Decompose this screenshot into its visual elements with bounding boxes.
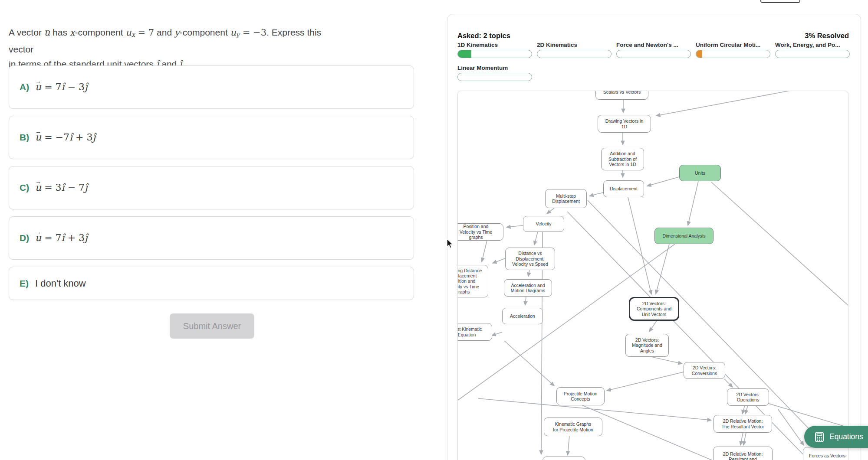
text-segment: x	[70, 27, 75, 38]
graph-node-2d-vectors-components[interactable]: 2D Vectors: Components and Unit Vectors	[629, 297, 679, 321]
text-segment: = 7	[41, 232, 61, 243]
text-segment: = −3	[240, 27, 266, 38]
concept-map-edge	[740, 433, 743, 445]
graph-node-distance-vs-displacement[interactable]: Distance vs Displacement, Velocity vs Sp…	[505, 248, 555, 270]
graph-node-position-velocity-time-graphs[interactable]: Position and Velocity vs Time graphs	[457, 223, 503, 241]
graph-node-projectile-motion-concepts[interactable]: Projectile Motion Concepts	[556, 387, 605, 405]
graph-node-2d-relative-resultant-and[interactable]: 2D Relative Motion: Resultant and	[713, 447, 773, 460]
calculator-icon	[815, 431, 824, 443]
graph-node-forces-as-vectors[interactable]: Forces as Vectors	[803, 447, 848, 460]
text-segment: ĵ	[93, 132, 96, 143]
text-segment: u	[230, 27, 237, 38]
text-segment: ĵ	[85, 82, 88, 92]
answer-option-c[interactable]: C)u = 3î − 7ĵ	[9, 166, 414, 209]
graph-node-kinematic-graphs-projectile[interactable]: Kinematic Graphs for Projectile Motion	[544, 418, 602, 436]
text-segment: = 7	[135, 27, 154, 38]
topic-progress-bar	[775, 50, 850, 58]
text-segment: -component	[180, 27, 230, 37]
graph-node-acceleration[interactable]: Acceleration	[502, 308, 543, 324]
text-segment: ĵ	[85, 232, 88, 243]
option-content: u = 7î − 3ĵ	[35, 82, 88, 93]
topic-progress-bar	[616, 50, 691, 58]
equations-button[interactable]: Equations	[804, 426, 868, 448]
topic-label: Force and Newton's ...	[616, 42, 694, 48]
topic-progress-2d-kinematics[interactable]: 2D Kinematics	[537, 42, 612, 58]
answer-option-a[interactable]: A)u = 7î − 3ĵ	[9, 65, 414, 109]
concept-map-edge	[534, 232, 538, 245]
topic-progress-1d-kinematics[interactable]: 1D Kinematics	[457, 42, 532, 58]
text-segment: u	[35, 82, 41, 92]
text-segment: î	[62, 82, 65, 92]
text-segment: = 7	[41, 82, 61, 92]
concept-map-edge	[647, 177, 679, 186]
topic-progress-fill	[458, 50, 471, 58]
text-segment: I don't know	[35, 278, 86, 289]
concept-map-edge	[506, 225, 523, 227]
graph-node-2d-vectors-magnitude[interactable]: 2D Vectors: Magnitude and Angles	[625, 334, 669, 357]
option-letter: C)	[20, 183, 35, 193]
topic-progress-uniform-circular-moti-[interactable]: Uniform Circular Moti...	[696, 42, 770, 58]
text-segment: -component	[75, 27, 126, 37]
topic-progress-linear-momentum[interactable]: Linear Momentum	[457, 65, 532, 81]
concept-map-edge	[778, 409, 804, 445]
graph-node-2d-relative-resultant-vector[interactable]: 2D Relative Motion: The Resultant Vector	[713, 415, 772, 433]
option-content: u = 7î + 3ĵ	[35, 232, 88, 244]
graph-node-2d-vectors-operations[interactable]: 2D Vectors: Operations	[727, 388, 769, 406]
option-letter: B)	[20, 132, 35, 143]
text-segment: x	[132, 31, 135, 38]
topic-progress-force-and-newton-s-[interactable]: Force and Newton's ...	[616, 42, 691, 58]
graph-node-acceleration-motion-diagrams[interactable]: Acceleration and Motion Diagrams	[504, 279, 552, 297]
top-cut-button[interactable]	[760, 0, 800, 3]
graph-node-scalars-vs-vectors[interactable]: Scalars vs Vectors	[595, 91, 648, 100]
concept-map-edge	[482, 241, 487, 262]
text-segment: î	[62, 232, 65, 243]
text-segment: = −7	[41, 132, 69, 143]
answer-option-d[interactable]: D)u = 7î + 3ĵ	[9, 216, 414, 260]
topic-progress-bar	[696, 50, 770, 58]
graph-node-addition-subtraction-1d[interactable]: Addition and Subtraction of Vectors in 1…	[601, 148, 644, 170]
concept-map-edge	[688, 181, 698, 225]
graph-node-units[interactable]: Units	[679, 165, 721, 181]
graph-node-first-kinematic-equation[interactable]: First Kinematic Equation	[457, 323, 492, 341]
option-letter: A)	[20, 82, 35, 92]
concept-map-edge	[547, 208, 554, 214]
text-segment: + 3	[65, 232, 85, 243]
concept-map-edge	[711, 182, 848, 306]
answer-option-e[interactable]: E)I don't know	[9, 267, 414, 300]
text-segment: u	[125, 27, 132, 38]
topic-label: 2D Kinematics	[537, 42, 614, 48]
text-segment: u	[44, 25, 50, 40]
text-segment: + 3	[72, 132, 92, 143]
concept-map-edge	[582, 405, 719, 460]
option-letter: D)	[20, 233, 35, 243]
concept-map-edge	[656, 91, 838, 116]
answer-option-b[interactable]: B)u = −7î + 3ĵ	[9, 116, 414, 159]
topic-label: Linear Momentum	[457, 65, 535, 71]
text-segment: u	[35, 232, 41, 243]
topic-progress-work-energy-and-po-[interactable]: Work, Energy, and Po...	[775, 42, 850, 58]
graph-node-displacement[interactable]: Displacement	[603, 180, 644, 197]
graph-node-graphing-distance-graphs[interactable]: Graphing Distance Displacement Position …	[457, 265, 488, 297]
concept-map-edge	[656, 244, 669, 294]
concept-map-edge	[492, 332, 502, 336]
topic-label: 1D Kinematics	[457, 42, 535, 48]
graph-node-bottom-clipped-node[interactable]	[542, 457, 585, 460]
submit-answer-button[interactable]: Submit Answer	[170, 313, 254, 339]
topic-progress-bar	[457, 73, 532, 81]
text-segment: − 7	[65, 182, 85, 193]
text-segment: u	[35, 182, 41, 193]
graph-node-multi-step-displacement[interactable]: Multi-step Displacement	[545, 189, 587, 208]
concept-map-edge	[649, 321, 657, 332]
text-segment: y	[236, 31, 240, 38]
option-content: u = −7î + 3ĵ	[35, 132, 95, 143]
equations-button-label: Equations	[829, 432, 863, 441]
question-line-1: A vector u has x-component ux = 7 and y-…	[9, 25, 330, 57]
graph-node-velocity[interactable]: Velocity	[523, 216, 564, 232]
concept-map-edge	[589, 192, 603, 196]
concept-map-edge	[525, 297, 526, 305]
graph-node-dimensional-analysis[interactable]: Dimensional Analysis	[654, 228, 713, 244]
text-segment: î	[62, 182, 65, 193]
graph-node-drawing-vectors-1d[interactable]: Drawing Vectors in 1D	[598, 115, 651, 133]
resolved-percentage-label: 3% Resolved	[805, 32, 849, 40]
graph-node-2d-vectors-conversions[interactable]: 2D Vectors: Conversions	[684, 362, 725, 379]
